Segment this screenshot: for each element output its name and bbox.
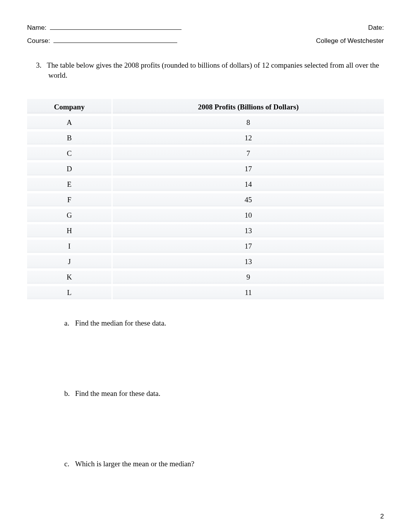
table-row: F45 <box>27 193 384 207</box>
sub-text-b: Find the mean for these data. <box>75 389 161 397</box>
institution-label: College of Westchester <box>316 37 384 45</box>
col-header-profits: 2008 Profits (Billions of Dollars) <box>113 99 384 114</box>
cell-company: B <box>27 131 113 145</box>
table-row: C7 <box>27 147 384 161</box>
cell-profit: 14 <box>113 178 384 192</box>
cell-company: K <box>27 271 113 285</box>
sub-questions: a.Find the median for these data. b.Find… <box>27 319 384 468</box>
sub-question-b: b.Find the mean for these data. <box>66 389 384 398</box>
cell-company: G <box>27 209 113 223</box>
sub-question-a: a.Find the median for these data. <box>66 319 384 327</box>
question-text: The table below gives the 2008 profits (… <box>47 61 379 79</box>
sub-question-c: c.Which is larger the mean or the median… <box>66 460 384 468</box>
table-row: J13 <box>27 255 384 269</box>
sub-letter-a: a. <box>64 319 75 327</box>
profits-table: Company 2008 Profits (Billions of Dollar… <box>27 97 384 302</box>
cell-profit: 45 <box>113 193 384 207</box>
cell-profit: 8 <box>113 116 384 130</box>
sub-letter-b: b. <box>64 389 75 398</box>
cell-company: A <box>27 116 113 130</box>
cell-profit: 13 <box>113 255 384 269</box>
cell-company: D <box>27 162 113 176</box>
header-row-2: Course: College of Westchester <box>27 36 384 45</box>
name-input-line[interactable] <box>50 23 182 30</box>
cell-company: J <box>27 255 113 269</box>
cell-profit: 7 <box>113 147 384 161</box>
cell-profit: 9 <box>113 271 384 285</box>
table-row: D17 <box>27 162 384 176</box>
table-row: G10 <box>27 209 384 223</box>
cell-company: C <box>27 147 113 161</box>
cell-profit: 10 <box>113 209 384 223</box>
cell-profit: 13 <box>113 224 384 238</box>
data-table-wrap: Company 2008 Profits (Billions of Dollar… <box>27 97 384 302</box>
col-header-company: Company <box>27 99 113 114</box>
table-row: I17 <box>27 240 384 254</box>
cell-company: L <box>27 286 113 300</box>
cell-profit: 11 <box>113 286 384 300</box>
table-header-row: Company 2008 Profits (Billions of Dollar… <box>27 99 384 114</box>
cell-company: I <box>27 240 113 254</box>
cell-profit: 12 <box>113 131 384 145</box>
table-row: K9 <box>27 271 384 285</box>
sub-text-a: Find the median for these data. <box>75 319 166 327</box>
date-label: Date: <box>368 24 384 32</box>
table-row: A8 <box>27 116 384 130</box>
cell-profit: 17 <box>113 240 384 254</box>
course-field: Course: <box>27 36 177 45</box>
name-label: Name: <box>27 24 46 31</box>
name-field: Name: <box>27 23 182 32</box>
table-row: E14 <box>27 178 384 192</box>
cell-company: F <box>27 193 113 207</box>
sub-letter-c: c. <box>64 460 75 468</box>
course-input-line[interactable] <box>53 36 177 43</box>
page-number: 2 <box>380 513 384 520</box>
table-row: L11 <box>27 286 384 300</box>
question-block: 3.The table below gives the 2008 profits… <box>27 60 384 80</box>
cell-profit: 17 <box>113 162 384 176</box>
cell-company: E <box>27 178 113 192</box>
cell-company: H <box>27 224 113 238</box>
header-row-1: Name: Date: <box>27 23 384 32</box>
table-row: B12 <box>27 131 384 145</box>
question-number: 3. <box>36 60 47 70</box>
sub-text-c: Which is larger the mean or the median? <box>75 460 194 468</box>
table-row: H13 <box>27 224 384 238</box>
course-label: Course: <box>27 37 50 44</box>
